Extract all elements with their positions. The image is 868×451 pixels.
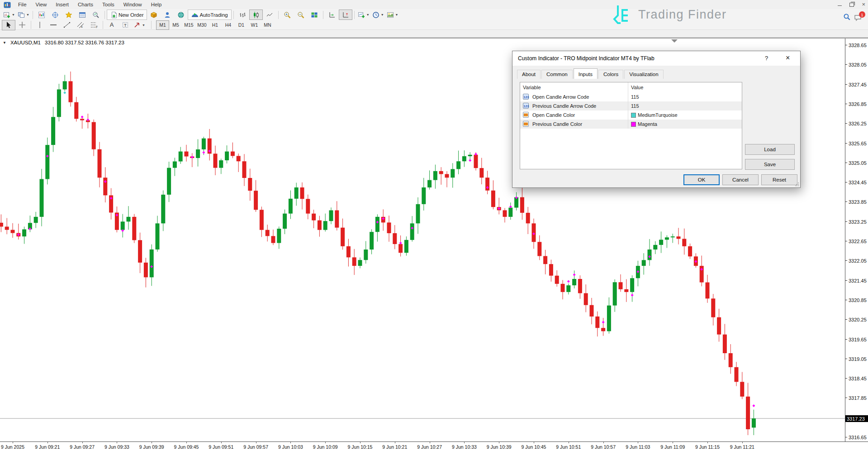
chart-shift-marker-icon[interactable] (671, 39, 678, 43)
candlestick-chart-button[interactable] (249, 10, 263, 20)
equidistant-channel-icon: E (77, 21, 84, 29)
indicators-button[interactable]: ▼ (356, 10, 371, 20)
chart-symbol-header: ▼ XAUUSD,M1 3316.80 3317.52 3316.76 3317… (3, 40, 124, 45)
dialog-help-button[interactable]: ? (765, 55, 768, 62)
tile-windows-button[interactable] (308, 10, 321, 20)
fibonacci-button[interactable]: F (87, 20, 101, 30)
vertical-line-button[interactable] (33, 20, 47, 30)
terminal-button[interactable] (76, 10, 89, 20)
menu-item-insert[interactable]: Insert (51, 1, 73, 8)
navigator-button[interactable] (62, 10, 76, 20)
market-watch-icon (38, 11, 45, 19)
cancel-button[interactable]: Cancel (722, 174, 759, 185)
timeframe-m5-button[interactable]: M5 (169, 20, 182, 30)
previous-candle-marker (81, 115, 84, 118)
menu-item-file[interactable]: File (14, 1, 31, 8)
reset-button[interactable]: Reset (761, 174, 797, 185)
news-button[interactable] (174, 10, 188, 20)
new-order-button[interactable]: New Order (107, 10, 147, 20)
inputs-table[interactable]: VariableValue123Open Candle Arrow Code11… (520, 82, 742, 169)
new-chart-button[interactable]: ▼ (2, 10, 16, 20)
ok-button[interactable]: OK (683, 174, 720, 185)
community-button[interactable] (161, 10, 174, 20)
profiles-button[interactable]: ▼ (16, 10, 31, 20)
text-label-button[interactable]: T (119, 20, 132, 30)
tab-colors[interactable]: Colors (598, 70, 623, 79)
dialog-resize-grip[interactable] (795, 182, 799, 186)
tab-about[interactable]: About (517, 70, 541, 79)
fibonacci-icon: F (90, 21, 98, 29)
bar-chart-button[interactable] (236, 10, 249, 20)
value-cell[interactable]: MediumTurquoise (628, 110, 742, 120)
autotrading-label: AutoTrading (199, 12, 228, 18)
strategy-tester-button[interactable] (89, 10, 103, 20)
templates-button[interactable]: ▼ (385, 10, 400, 20)
load-button[interactable]: Load (745, 144, 795, 155)
tab-common[interactable]: Common (541, 70, 573, 79)
timeframe-m1-button[interactable]: M1 (156, 20, 169, 30)
crosshair-button[interactable] (15, 20, 29, 30)
search-button[interactable] (843, 13, 851, 23)
auto-scroll-button[interactable] (325, 10, 339, 20)
cursor-button[interactable] (2, 20, 15, 30)
table-row[interactable]: 123Previous Candle Arrow Code115 (520, 101, 742, 110)
menu-item-window[interactable]: Window (119, 1, 147, 8)
channel-button[interactable]: E (74, 20, 87, 30)
timeframe-h4-button[interactable]: H4 (222, 20, 235, 30)
table-row[interactable]: 123Open Candle Arrow Code115 (520, 92, 742, 101)
data-window-button[interactable] (48, 10, 62, 20)
menu-item-help[interactable]: Help (147, 1, 166, 8)
market-watch-button[interactable] (35, 10, 48, 20)
zoom-in-button[interactable] (280, 10, 294, 20)
price-tick-label: 3322.05 (849, 258, 867, 264)
arrows-button[interactable]: ▼ (132, 20, 147, 30)
timeframe-m15-button[interactable]: M15 (182, 20, 195, 30)
value-cell[interactable]: 115 (628, 101, 742, 110)
timeframe-w1-button[interactable]: W1 (248, 20, 261, 30)
price-axis[interactable]: 3328.653328.053327.453326.853326.253325.… (845, 38, 868, 441)
time-axis[interactable]: 9 Jun 20259 Jun 09:219 Jun 09:279 Jun 09… (0, 441, 868, 451)
table-row[interactable]: Previous Candle ColorMagenta (520, 120, 742, 129)
minimize-button[interactable] (838, 3, 842, 6)
horizontal-line-button[interactable] (47, 20, 60, 30)
value-cell[interactable]: Magenta (628, 120, 742, 129)
time-tick-mark (117, 442, 117, 443)
timeframe-d1-button[interactable]: D1 (235, 20, 248, 30)
integer-input-icon: 123 (523, 103, 530, 110)
autotrading-button[interactable]: AutoTrading (188, 10, 231, 20)
price-tick-label: 3320.25 (849, 317, 867, 322)
trendline-button[interactable] (60, 20, 74, 30)
menu-item-view[interactable]: View (31, 1, 52, 8)
variable-name: Open Candle Arrow Code (532, 94, 589, 100)
previous-candle-marker (573, 273, 576, 276)
time-tick-label: 9 Jun 10:09 (313, 444, 338, 450)
metaeditor-button[interactable] (147, 10, 161, 20)
variable-cell: 123Open Candle Arrow Code (520, 92, 628, 101)
restore-button[interactable] (849, 3, 854, 7)
tab-inputs[interactable]: Inputs (574, 68, 598, 79)
menu-item-tools[interactable]: Tools (98, 1, 119, 8)
dialog-titlebar[interactable]: Custom Indicator - TRO Midpoint Indicato… (512, 51, 800, 66)
tab-visualization[interactable]: Visualization (624, 70, 663, 79)
dialog-close-button[interactable]: × (786, 54, 790, 62)
close-button[interactable]: × (862, 2, 865, 7)
timeframe-h1-button[interactable]: H1 (209, 20, 222, 30)
table-row[interactable]: Open Candle ColorMediumTurquoise (520, 110, 742, 120)
time-tick-label: 9 Jun 10:15 (348, 444, 373, 450)
trendline-icon (63, 21, 71, 29)
timeframe-m30-button[interactable]: M30 (195, 20, 209, 30)
chart-shift-button[interactable] (339, 10, 352, 20)
text-button[interactable]: A (105, 20, 119, 30)
column-header-variable: Variable (520, 82, 628, 92)
time-tick-mark (325, 442, 326, 443)
symbol-dropdown-icon[interactable]: ▼ (3, 41, 6, 45)
zoom-out-button[interactable] (294, 10, 308, 20)
value-cell[interactable]: 115 (628, 92, 742, 101)
menu-item-charts[interactable]: Charts (73, 1, 98, 8)
time-tick-mark (569, 442, 569, 443)
save-button[interactable]: Save (745, 159, 795, 170)
price-tick-label: 3326.25 (849, 121, 867, 126)
line-chart-button[interactable] (263, 10, 276, 20)
periods-button[interactable]: ▼ (371, 10, 385, 20)
timeframe-mn-button[interactable]: MN (261, 20, 274, 30)
